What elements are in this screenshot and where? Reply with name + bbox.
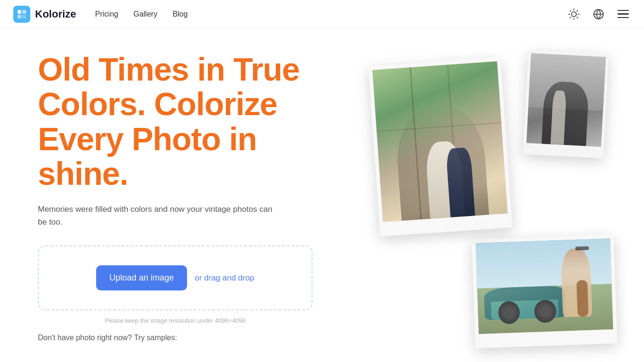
navbar-right [566,7,631,22]
logo-area[interactable]: Kolorize [13,6,76,23]
logo-text: Kolorize [35,8,76,20]
wedding-color-photo [368,57,512,237]
svg-rect-2 [18,15,21,18]
resolution-hint: Please keep the image resolution under 4… [38,317,313,324]
hamburger-line-2 [617,13,629,15]
svg-rect-0 [18,10,21,14]
samples-text: Don't have photo right now? Try samples: [38,334,313,342]
navbar: Kolorize Pricing Gallery Blog [0,0,644,28]
svg-rect-1 [22,10,26,14]
svg-line-8 [577,17,577,18]
nav-pricing[interactable]: Pricing [95,10,118,18]
hamburger-line-1 [617,10,629,11]
wedding-bw-photo [523,50,608,159]
nav-gallery[interactable]: Gallery [134,10,158,18]
hero-left: Old Times in True Colors. Colorize Every… [38,52,313,342]
svg-point-4 [572,12,576,17]
hero-heading: Old Times in True Colors. Colorize Every… [38,52,313,191]
nav-links: Pricing Gallery Blog [95,10,188,18]
theme-toggle-button[interactable] [566,7,581,22]
hamburger-line-3 [617,17,629,18]
hero-right [360,52,616,355]
hero-section: Old Times in True Colors. Colorize Every… [0,28,644,362]
svg-line-12 [577,10,577,11]
svg-line-7 [570,10,571,11]
photo-collage [360,52,616,355]
upload-row: Upload an image or drag and drop [96,265,254,290]
upload-dropzone[interactable]: Upload an image or drag and drop [38,245,313,310]
language-button[interactable] [591,7,606,22]
nav-blog[interactable]: Blog [172,10,188,18]
vintage-girl-photo [472,235,617,348]
hero-subtext: Memories were filled with colors and now… [38,203,275,228]
menu-button[interactable] [616,8,631,20]
svg-rect-3 [22,15,26,18]
logo-icon [13,6,30,23]
upload-or-text: or drag and drop [195,273,254,283]
svg-line-11 [570,17,571,18]
navbar-left: Kolorize Pricing Gallery Blog [13,6,188,23]
upload-button[interactable]: Upload an image [96,265,187,290]
